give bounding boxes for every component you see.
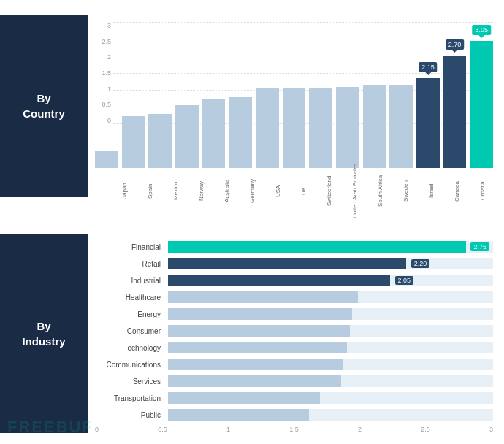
- hbar-fill: [168, 342, 347, 353]
- x-axis-label: Croatia: [471, 171, 493, 211]
- country-chart-area: 00.511.522.53 2.152.703.05 JapanSpainMex…: [88, 15, 504, 197]
- bar-col: [283, 22, 306, 168]
- hbar-x-label: 3: [489, 426, 493, 433]
- hbar-x-label: 0: [95, 426, 99, 433]
- hbar-industry-label: Communications: [95, 361, 164, 369]
- hbar-industry-label: Consumer: [95, 327, 164, 335]
- hbar-x-label: 1.5: [289, 426, 299, 433]
- bar-rect: [363, 85, 386, 168]
- hbar-industry-label: Retail: [95, 260, 164, 268]
- hbar-track: 2.75: [168, 241, 493, 253]
- bar-rect: 3.05: [470, 41, 493, 168]
- hbar-fill: [168, 409, 309, 421]
- x-axis-label: United Arab Emirates: [343, 171, 365, 211]
- x-axis-label: South Africa: [369, 171, 391, 211]
- hbar-row: Energy: [168, 308, 493, 320]
- hbar-fill: [168, 392, 320, 404]
- hbar-row: Communications: [168, 359, 493, 370]
- x-axis-label: Mexico: [164, 171, 186, 211]
- hbar-fill: 2.75: [168, 241, 466, 253]
- x-axis-label: Canada: [446, 171, 467, 211]
- hbar-row: Technology: [168, 342, 493, 353]
- hbar-track: [168, 409, 493, 421]
- hbar-track: 2.05: [168, 275, 493, 286]
- bar-chart-bars: 2.152.703.05: [95, 22, 493, 168]
- bar-col: [148, 22, 172, 168]
- bar-col: 2.70: [443, 22, 467, 168]
- hbar-row: Public: [168, 409, 493, 421]
- hbar-track: [168, 375, 493, 387]
- hbar-track: [168, 291, 493, 303]
- hbar-row: Healthcare: [168, 291, 493, 303]
- hbar-industry-label: Financial: [95, 243, 164, 251]
- hbar-industry-label: Services: [95, 378, 164, 386]
- bar-col: [229, 22, 252, 168]
- x-axis-label: Spain: [139, 171, 161, 211]
- industry-chart-area: Financial2.75Retail2.20Industrial2.05Hea…: [88, 234, 504, 433]
- vertical-bar-chart: 00.511.522.53 2.152.703.05 JapanSpainMex…: [95, 22, 493, 197]
- bar-col: 3.05: [470, 22, 493, 168]
- bar-rect: 2.70: [443, 56, 467, 168]
- hbar-fill: [168, 308, 352, 320]
- bar-col: [336, 22, 359, 168]
- hbar-row: Retail2.20: [168, 258, 493, 269]
- hbar-x-label: 2: [358, 426, 362, 433]
- hbar-row: Consumer: [168, 325, 493, 337]
- country-label: ByCountry: [0, 15, 88, 197]
- hbar-row: Transportation: [168, 392, 493, 404]
- x-axis-label: Israel: [420, 171, 442, 211]
- bar-rect: [202, 99, 226, 168]
- hbar-fill: 2.05: [168, 275, 390, 286]
- bar-col: [202, 22, 226, 168]
- x-axis-country: JapanSpainMexicoNorwayAustraliaGermanyUS…: [113, 171, 493, 211]
- bar-rect: [229, 97, 252, 168]
- hbar-industry-label: Energy: [95, 310, 164, 318]
- hbar-industry-label: Technology: [95, 344, 164, 352]
- hbar-track: 2.20: [168, 258, 493, 269]
- bar-rect: [122, 116, 145, 168]
- hbar-x-label: 2.5: [421, 426, 430, 433]
- hbar-track: [168, 308, 493, 320]
- hbar-value-label: 2.05: [395, 276, 414, 285]
- hbar-fill: [168, 375, 341, 387]
- bar-rect: [256, 88, 279, 168]
- hbar-row: Industrial2.05: [168, 275, 493, 286]
- hbar-x-label: 0.5: [158, 426, 167, 433]
- hbar-x-label: 1: [226, 426, 230, 433]
- x-axis-label: Australia: [215, 171, 237, 211]
- hbar-fill: [168, 359, 343, 370]
- bar-col: [95, 22, 118, 168]
- bar-col: 2.15: [416, 22, 440, 168]
- x-axis-label: USA: [267, 171, 289, 211]
- bar-col: [122, 22, 145, 168]
- hbar-industry-label: Public: [95, 411, 164, 419]
- x-axis-label: Switzerland: [318, 171, 340, 211]
- horizontal-bar-chart: Financial2.75Retail2.20Industrial2.05Hea…: [95, 241, 493, 421]
- x-axis-label: UK: [292, 171, 314, 211]
- bar-rect: [283, 88, 306, 168]
- industry-label: ByIndustry: [0, 234, 88, 433]
- by-industry-section: ByIndustry Financial2.75Retail2.20Indust…: [0, 219, 504, 440]
- bar-col: [175, 22, 199, 168]
- bar-col: [363, 22, 386, 168]
- x-axis-label: Germany: [241, 171, 263, 211]
- hbar-value-label: 2.20: [411, 259, 430, 268]
- x-axis-label: Japan: [113, 171, 135, 211]
- bar-rect: [389, 85, 413, 168]
- hbar-industry-label: Transportation: [95, 394, 164, 402]
- hbar-row: Financial2.75: [168, 241, 493, 253]
- by-country-section: ByCountry 00.511.522.53 2.152.703.05 Jap…: [0, 0, 504, 204]
- hbar-fill: [168, 291, 358, 303]
- bar-value-label: 2.15: [419, 62, 438, 72]
- bar-col: [256, 22, 279, 168]
- bar-col: [309, 22, 332, 168]
- hbar-track: [168, 325, 493, 337]
- bar-rect: [175, 105, 199, 168]
- hbar-track: [168, 392, 493, 404]
- hbar-fill: [168, 325, 350, 337]
- bar-value-label: 2.70: [446, 39, 465, 50]
- hbar-row: Services: [168, 375, 493, 387]
- hbar-track: [168, 342, 493, 353]
- bar-rect: 2.15: [416, 78, 440, 168]
- hbar-industry-label: Healthcare: [95, 294, 164, 302]
